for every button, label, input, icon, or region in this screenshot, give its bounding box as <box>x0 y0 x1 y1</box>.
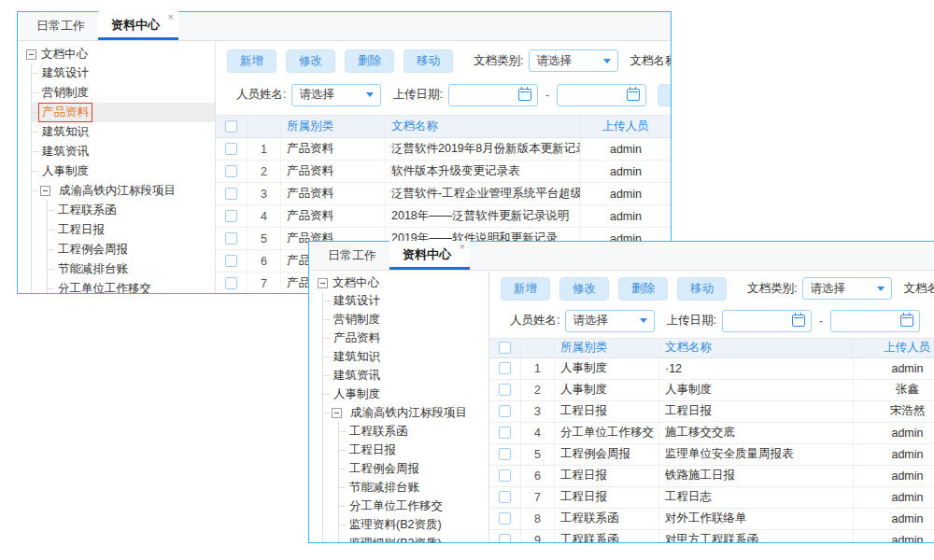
sidebar-item[interactable]: 人事制度 <box>323 385 488 403</box>
sidebar-item[interactable]: 节能减排台账 <box>48 259 215 279</box>
sidebar-item[interactable]: 建筑资讯 <box>323 366 488 385</box>
tab-data-center[interactable]: 资料中心 × <box>389 241 470 270</box>
row-checkbox[interactable] <box>499 384 511 396</box>
tab-daily-work[interactable]: 日常工作 <box>23 12 98 40</box>
row-uploader: admin <box>854 509 934 529</box>
table-row[interactable]: 6 工程日报 铁路施工日报 admin <box>489 466 934 487</box>
row-checkbox[interactable] <box>225 143 237 155</box>
edit-button[interactable]: 修改 <box>286 49 335 73</box>
sidebar-branch[interactable]: 成渝高铁内江标段项目 <box>32 181 215 201</box>
sidebar-item[interactable]: 建筑设计 <box>323 291 488 310</box>
collapse-icon[interactable] <box>318 278 328 288</box>
sidebar-item[interactable]: 工程日报 <box>339 441 488 459</box>
close-icon[interactable]: × <box>168 12 174 22</box>
add-button[interactable]: 新增 <box>227 49 276 73</box>
table-row[interactable]: 4 分工单位工作移交 施工移交交底 admin <box>489 423 934 444</box>
sidebar-item[interactable]: 节能减排台账 <box>339 478 488 497</box>
upload-date-start-input[interactable] <box>722 310 812 332</box>
sidebar-root-document-center[interactable]: 文档中心 <box>18 45 215 63</box>
move-button[interactable]: 移动 <box>403 49 453 73</box>
row-checkbox[interactable] <box>225 255 237 267</box>
calendar-icon[interactable] <box>900 315 913 327</box>
sidebar-item[interactable]: 分工单位工作移交 <box>48 279 215 293</box>
table-row[interactable]: 7 工程日报 工程日志 admin <box>489 487 934 509</box>
person-name-select[interactable]: 请选择 <box>565 310 655 332</box>
table-row[interactable]: 5 工程例会周报 监理单位安全质量周报表 admin <box>489 444 934 466</box>
sidebar-item[interactable]: 产品资料 <box>323 329 488 347</box>
sidebar-item[interactable]: 工程联系函 <box>339 422 488 441</box>
sidebar-item[interactable]: 工程联系函 <box>48 201 215 220</box>
doc-type-select[interactable]: 请选择 <box>529 49 618 72</box>
row-checkbox[interactable] <box>225 210 237 222</box>
sidebar-item[interactable]: 营销制度 <box>323 310 488 329</box>
doc-type-select[interactable]: 请选择 <box>802 277 892 300</box>
row-checkbox[interactable] <box>499 448 511 460</box>
move-button[interactable]: 移动 <box>677 277 727 301</box>
row-checkbox[interactable] <box>499 469 511 482</box>
row-checkbox[interactable] <box>225 165 237 177</box>
row-checkbox[interactable] <box>499 512 511 525</box>
sidebar-item[interactable]: 工程例会周报 <box>48 240 215 259</box>
upload-date-end-input[interactable] <box>830 310 920 332</box>
calendar-icon[interactable] <box>627 89 640 101</box>
table-row[interactable]: 3 工程日报 工程日报 宋浩然 <box>489 401 934 423</box>
sidebar-item[interactable]: 监理细则(B2资质) <box>339 534 488 542</box>
upload-date-start-input[interactable] <box>448 84 538 106</box>
row-checkbox[interactable] <box>499 427 511 439</box>
row-number: 7 <box>248 273 281 293</box>
upload-date-label: 上传日期: <box>666 313 715 329</box>
delete-button[interactable]: 删除 <box>345 49 394 73</box>
table-row[interactable]: 1 产品资料 泛普软件2019年8月份新版本更新记录 admin <box>216 138 671 161</box>
row-checkbox[interactable] <box>225 277 237 289</box>
close-icon[interactable]: × <box>460 242 465 252</box>
doc-name-label: 文档名称: <box>630 53 671 69</box>
sidebar-item[interactable]: 营销制度 <box>32 83 215 103</box>
row-checkbox[interactable] <box>499 491 511 503</box>
calendar-icon[interactable] <box>518 89 531 101</box>
table-row[interactable]: 2 产品资料 软件版本升级变更记录表 admin <box>216 161 671 183</box>
add-button[interactable]: 新增 <box>501 277 550 301</box>
table-row[interactable]: 8 工程联系函 对外工作联络单 admin <box>489 509 934 530</box>
collapse-icon[interactable] <box>26 49 36 60</box>
sidebar-item[interactable]: 工程日报 <box>48 220 215 240</box>
table-row[interactable]: 1 人事制度 ·12 admin <box>489 358 934 380</box>
sidebar-item[interactable]: 人事制度 <box>32 161 215 181</box>
row-category: 人事制度 <box>555 358 659 379</box>
collapse-icon[interactable] <box>40 186 50 196</box>
delete-button[interactable]: 删除 <box>618 277 668 301</box>
table-row[interactable]: 3 产品资料 泛普软件-工程企业管理系统平台超级管理员操作手册 admin <box>216 183 671 205</box>
table-header: 所属别类 文档名称 上传人员 <box>216 116 671 138</box>
sidebar-item[interactable]: 建筑知识 <box>32 122 215 142</box>
edit-button[interactable]: 修改 <box>559 277 609 301</box>
table-row[interactable]: 2 人事制度 人事制度 张鑫 <box>489 380 934 401</box>
row-checkbox[interactable] <box>225 188 237 200</box>
sidebar-item[interactable]: 工程例会周报 <box>339 459 488 478</box>
calendar-icon[interactable] <box>792 315 805 327</box>
upload-date-end-input[interactable] <box>557 84 646 106</box>
sidebar-item[interactable]: 建筑知识 <box>323 347 488 366</box>
sidebar-item-label: 节能减排台账 <box>346 478 423 497</box>
row-checkbox[interactable] <box>499 534 511 542</box>
table-row[interactable]: 9 工程联系函 对甲方工程联系函 admin <box>489 530 934 543</box>
table-row[interactable]: 4 产品资料 2018年——泛普软件更新记录说明 admin <box>216 205 671 228</box>
sidebar-item[interactable]: 分工单位工作移交 <box>339 497 488 515</box>
tab-data-center[interactable]: 资料中心 × <box>98 11 178 40</box>
row-checkbox[interactable] <box>225 232 237 245</box>
collapse-icon[interactable] <box>332 408 342 418</box>
row-checkbox[interactable] <box>499 362 511 374</box>
select-all-checkbox[interactable] <box>499 342 511 354</box>
sidebar-root-document-center[interactable]: 文档中心 <box>309 274 488 291</box>
select-all-cell <box>489 339 521 357</box>
row-number: 6 <box>521 466 555 486</box>
select-all-checkbox[interactable] <box>225 120 237 133</box>
tab-daily-work[interactable]: 日常工作 <box>315 242 389 270</box>
row-checkbox[interactable] <box>499 405 511 417</box>
sidebar-item[interactable]: 建筑资讯 <box>32 142 215 161</box>
row-category: 产品资料 <box>281 183 386 204</box>
sidebar-item[interactable]: 产品资料 <box>32 103 215 122</box>
person-name-select[interactable]: 请选择 <box>291 84 381 106</box>
sidebar-item[interactable]: 建筑设计 <box>32 63 215 83</box>
search-button[interactable]: 查询 <box>658 84 671 107</box>
sidebar-branch[interactable]: 成渝高铁内江标段项目 <box>323 403 488 422</box>
sidebar-item[interactable]: 监理资料(B2资质) <box>339 515 488 534</box>
